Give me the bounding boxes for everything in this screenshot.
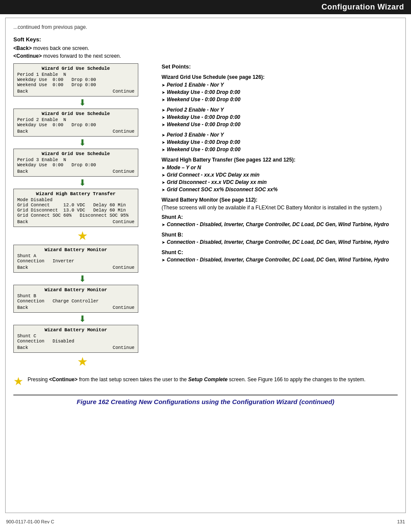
figure-caption-text: Figure 162 Creating New Configurations u…	[77, 398, 334, 405]
soft-keys-section: Soft Keys: <Back> moves back one screen.…	[13, 36, 398, 59]
continue-desc: <Continue> moves forward to the next scr…	[13, 53, 398, 59]
screen2-continue[interactable]: Continue	[113, 129, 134, 134]
set-points-title: Set Points:	[162, 63, 398, 70]
screen7-title: Wizard Battery Monitor	[17, 327, 134, 333]
star-icon-2: ★	[13, 355, 151, 369]
screen4-line2: Grid Connect 12.0 VDC Delay 60 Min	[17, 202, 134, 208]
footer-left: 900-0117-01-00 Rev C	[6, 519, 54, 524]
screen4-line3: Grid Disconnect 13.0 VDC Delay 60 Min	[17, 208, 134, 213]
hbt-item1: Mode – Y or N	[162, 165, 398, 171]
screen3-line1: Period 3 Enable N	[17, 157, 134, 162]
screen4-back[interactable]: Back	[17, 219, 28, 224]
screen3-back[interactable]: Back	[17, 169, 28, 174]
screen-period3: Wizard Grid Use Schedule Period 3 Enable…	[13, 149, 138, 177]
page-header: Configuration Wizard	[0, 0, 411, 14]
continued-text: ...continued from previous page.	[13, 24, 398, 30]
screen6-back[interactable]: Back	[17, 305, 28, 310]
screen-period2: Wizard Grid Use Schedule Period 2 Enable…	[13, 109, 138, 137]
screen3-title: Wizard Grid Use Schedule	[17, 151, 134, 156]
page-footer: 900-0117-01-00 Rev C 131	[0, 516, 411, 527]
wizard-grid-title: Wizard Grid Use Schedule (see page 126):	[162, 74, 398, 80]
page-content: ...continued from previous page. Soft Ke…	[5, 18, 406, 513]
screen6-line1: Shunt B	[17, 293, 134, 299]
screen3-continue[interactable]: Continue	[113, 169, 134, 174]
screen5-buttons: Back Continue	[17, 265, 134, 270]
wizard-hbt-title: Wizard High Battery Transfer (See pages …	[162, 157, 398, 163]
period2-item1: Period 2 Enable - Nor Y	[162, 107, 398, 113]
soft-keys-title: Soft Keys:	[13, 36, 398, 43]
screen1-line3: Weekend Use 0:00 Drop 0:00	[17, 82, 134, 87]
period3-item3: Weekend Use - 0:00 Drop 0:00	[162, 146, 398, 152]
screen-period1: Wizard Grid Use Schedule Period 1 Enable…	[13, 63, 138, 96]
period3-item1: Period 3 Enable - Nor Y	[162, 132, 398, 138]
screen5-continue[interactable]: Continue	[113, 265, 134, 270]
period1-list: Period 1 Enable - Nor Y Weekday Use - 0:…	[162, 82, 398, 103]
header-title: Configuration Wizard	[321, 3, 404, 11]
screen1-buttons: Back Continue	[17, 89, 134, 94]
note-star-icon: ★	[13, 376, 23, 387]
screen3-buttons: Back Continue	[17, 169, 134, 174]
screen5-title: Wizard Battery Monitor	[17, 247, 134, 252]
arrow4: ⬇	[13, 274, 151, 283]
period2-list: Period 2 Enable - Nor Y Weekday Use - 0:…	[162, 107, 398, 128]
shunt-b-list: Connection - Disabled, Inverter, Charge …	[162, 239, 398, 245]
screen7-back[interactable]: Back	[17, 345, 28, 350]
hbt-list: Mode – Y or N Grid Connect - xx.x VDC De…	[162, 165, 398, 193]
screen5-back[interactable]: Back	[17, 265, 28, 270]
shunt-a-list: Connection - Disabled, Inverter, Charge …	[162, 221, 398, 227]
screen-hbt: Wizard High Battery Transfer Mode Disabl…	[13, 189, 138, 227]
note-text: Pressing <Continue> from the last setup …	[28, 376, 365, 383]
period3-list: Period 3 Enable - Nor Y Weekday Use - 0:…	[162, 132, 398, 152]
screen2-back[interactable]: Back	[17, 129, 28, 134]
screen-shunt-a: Wizard Battery Monitor Shunt A Connectio…	[13, 245, 138, 273]
shunt-a-item1: Connection - Disabled, Inverter, Charge …	[162, 221, 398, 227]
back-desc: <Back> moves back one screen.	[13, 45, 398, 51]
screen1-back[interactable]: Back	[17, 89, 28, 94]
hbt-item4: Grid Connect SOC xx% Disconnect SOC xx%	[162, 187, 398, 193]
period1-item1: Period 1 Enable - Nor Y	[162, 82, 398, 88]
note-box: ★ Pressing <Continue> from the last setu…	[13, 374, 398, 389]
shunt-a-title: Shunt A:	[162, 214, 398, 220]
screen1-line1: Period 1 Enable N	[17, 72, 134, 77]
period2-item2: Weekday Use - 0:00 Drop 0:00	[162, 114, 398, 120]
period1-item3: Weekend Use - 0:00 Drop 0:00	[162, 96, 398, 103]
period2-item3: Weekend Use - 0:00 Drop 0:00	[162, 121, 398, 128]
arrow1: ⬇	[13, 98, 151, 107]
screen3-line2: Weekday Use 0:00 Drop 0:00	[17, 162, 134, 168]
screen5-line2: Connection Inverter	[17, 258, 134, 264]
arrow3: ⬇	[13, 178, 151, 187]
shunt-c-item1: Connection - Disabled, Inverter, Charge …	[162, 257, 398, 263]
screen7-buttons: Back Continue	[17, 345, 134, 350]
screen-shunt-b: Wizard Battery Monitor Shunt B Connectio…	[13, 285, 138, 313]
screen1-line2: Weekday Use 0:00 Drop 0:00	[17, 77, 134, 82]
screen6-line2: Connection Charge Controller	[17, 299, 134, 304]
screen6-title: Wizard Battery Monitor	[17, 287, 134, 292]
screen1-continue[interactable]: Continue	[113, 89, 134, 94]
screen4-continue[interactable]: Continue	[113, 219, 134, 224]
battery-desc: (These screens will only be available if…	[162, 205, 398, 211]
figure-caption: Figure 162 Creating New Configurations u…	[13, 395, 398, 405]
screen4-line1: Mode Disabled	[17, 197, 134, 202]
arrow5: ⬇	[13, 314, 151, 323]
hbt-item2: Grid Connect - xx.x VDC Delay xx min	[162, 172, 398, 178]
screen7-line2: Connection Disabled	[17, 339, 134, 344]
shunt-b-item1: Connection - Disabled, Inverter, Charge …	[162, 239, 398, 245]
wizard-battery-title: Wizard Battery Monitor (See page 112):	[162, 197, 398, 203]
screen2-title: Wizard Grid Use Schedule	[17, 111, 134, 116]
screen7-continue[interactable]: Continue	[113, 345, 134, 350]
screen4-buttons: Back Continue	[17, 219, 134, 224]
star-icon-1: ★	[13, 229, 151, 243]
left-column: Wizard Grid Use Schedule Period 1 Enable…	[13, 63, 151, 370]
footer-right: 131	[397, 519, 405, 524]
shunt-c-title: Shunt C:	[162, 249, 398, 255]
screen6-continue[interactable]: Continue	[113, 305, 134, 310]
screen1-title: Wizard Grid Use Schedule	[17, 66, 134, 71]
shunt-b-title: Shunt B:	[162, 232, 398, 238]
right-column: Set Points: Wizard Grid Use Schedule (se…	[162, 63, 398, 370]
screen-shunt-c: Wizard Battery Monitor Shunt C Connectio…	[13, 325, 138, 353]
screen2-line1: Period 2 Enable N	[17, 117, 134, 122]
period3-item2: Weekday Use - 0:00 Drop 0:00	[162, 139, 398, 145]
screen4-title: Wizard High Battery Transfer	[17, 191, 134, 196]
screen5-line1: Shunt A	[17, 253, 134, 258]
shunt-c-list: Connection - Disabled, Inverter, Charge …	[162, 257, 398, 263]
